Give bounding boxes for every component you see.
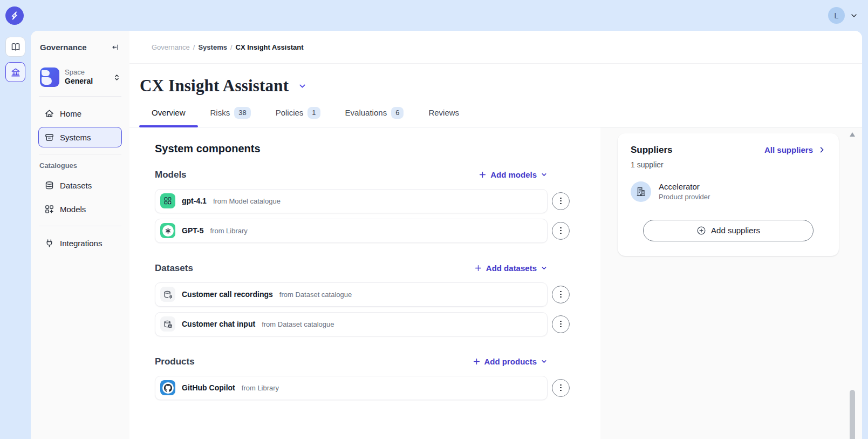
row-menu-button[interactable] xyxy=(552,192,570,210)
tab-label: Reviews xyxy=(428,108,459,117)
building-icon xyxy=(631,181,651,202)
tab-overview[interactable]: Overview xyxy=(139,107,198,127)
tab-badge: 1 xyxy=(307,107,320,119)
add-models-label: Add models xyxy=(490,170,537,179)
chevron-down-icon xyxy=(850,11,858,20)
row-menu-button[interactable] xyxy=(552,315,570,333)
overview-content: System components Models Add models xyxy=(129,127,862,439)
model-row-gpt-4-1[interactable]: gpt-4.1 from Model catalogue xyxy=(155,189,548,213)
avatar[interactable]: L xyxy=(828,7,845,24)
add-suppliers-button[interactable]: Add suppliers xyxy=(643,220,814,241)
product-name: GitHub Copilot xyxy=(182,383,235,392)
add-products-button[interactable]: Add products xyxy=(473,357,548,366)
vertical-scrollbar[interactable] xyxy=(850,132,855,439)
sidebar-title: Governance xyxy=(40,43,87,52)
list-item-row: gpt-4.1 from Model catalogue xyxy=(155,189,569,213)
product-row-github-copilot[interactable]: GitHub Copilot from Library xyxy=(155,376,548,400)
row-menu-button[interactable] xyxy=(552,286,570,303)
breadcrumb-separator: / xyxy=(230,43,233,51)
model-row-gpt-5[interactable]: GPT-5 from Library xyxy=(155,219,548,243)
suppliers-title: Suppliers xyxy=(631,145,672,156)
supplier-name: Accelerator xyxy=(659,182,710,191)
divider xyxy=(39,226,121,226)
dataset-source: from Dataset catalogue xyxy=(279,291,352,299)
plus-icon xyxy=(479,171,487,179)
book-icon xyxy=(10,42,21,52)
collapse-left-icon xyxy=(111,43,120,52)
list-item-row: GPT-5 from Library xyxy=(155,219,569,243)
models-grid-icon xyxy=(44,204,54,214)
add-products-label: Add products xyxy=(484,357,537,366)
breadcrumb-separator: / xyxy=(193,43,195,51)
add-datasets-label: Add datasets xyxy=(486,264,537,273)
chevron-down-icon xyxy=(541,171,548,178)
dataset-row-chat-input[interactable]: Customer chat input from Dataset catalog… xyxy=(155,312,548,336)
tab-label: Policies xyxy=(276,108,304,117)
divider xyxy=(39,154,121,154)
app-rail xyxy=(0,31,31,439)
space-icon xyxy=(40,67,59,87)
sidebar-item-integrations[interactable]: Integrations xyxy=(38,233,122,253)
supplier-item[interactable]: Accelerator Product provider xyxy=(631,181,826,202)
row-menu-button[interactable] xyxy=(552,379,570,397)
title-chevron-down-icon[interactable] xyxy=(298,82,307,91)
rail-catalogue-button[interactable] xyxy=(5,37,25,57)
page-title: CX Insight Assistant xyxy=(140,76,289,96)
home-icon xyxy=(44,109,54,119)
tab-evaluations[interactable]: Evaluations 6 xyxy=(333,107,416,127)
catalogues-section-label: Catalogues xyxy=(39,161,122,170)
dataset-source: from Dataset catalogue xyxy=(262,320,334,328)
tab-label: Overview xyxy=(152,108,186,117)
list-item-row: Customer call recordings from Dataset ca… xyxy=(155,282,569,307)
add-datasets-button[interactable]: Add datasets xyxy=(474,264,548,273)
governance-sidebar: Governance Space General Home xyxy=(31,31,129,439)
dataset-table-icon xyxy=(160,316,175,332)
sidebar-item-home[interactable]: Home xyxy=(38,103,122,124)
list-item-row: GitHub Copilot from Library xyxy=(155,376,569,400)
sidebar-item-systems[interactable]: Systems xyxy=(38,127,122,147)
tab-bar: Overview Risks 38 Policies 1 Evaluations… xyxy=(129,107,862,127)
breadcrumb-governance[interactable]: Governance xyxy=(152,43,190,51)
components-heading: System components xyxy=(155,143,600,155)
all-suppliers-link[interactable]: All suppliers xyxy=(764,145,826,154)
row-menu-button[interactable] xyxy=(552,222,570,240)
plug-icon xyxy=(44,238,54,248)
tab-badge: 38 xyxy=(234,107,250,119)
tab-badge: 6 xyxy=(391,107,404,119)
top-bar: L xyxy=(0,0,868,31)
sidebar-item-datasets[interactable]: Datasets xyxy=(38,175,122,195)
suppliers-card: Suppliers All suppliers 1 supplier xyxy=(618,133,839,256)
all-suppliers-label: All suppliers xyxy=(764,145,813,154)
dataset-row-call-recordings[interactable]: Customer call recordings from Dataset ca… xyxy=(155,282,548,307)
main-area: Governance / Systems / CX Insight Assist… xyxy=(129,31,862,439)
collapse-sidebar-button[interactable] xyxy=(110,42,121,53)
supplier-count: 1 supplier xyxy=(631,160,826,169)
sidebar-item-models[interactable]: Models xyxy=(38,199,122,219)
breadcrumb-systems[interactable]: Systems xyxy=(198,43,227,51)
app-logo[interactable] xyxy=(5,6,24,25)
tab-policies[interactable]: Policies 1 xyxy=(263,107,333,127)
list-item-row: Customer chat input from Dataset catalog… xyxy=(155,312,569,336)
models-section: Models Add models xyxy=(155,170,548,243)
scroll-up-arrow[interactable] xyxy=(850,132,855,137)
model-source: from Model catalogue xyxy=(213,197,281,205)
tab-reviews[interactable]: Reviews xyxy=(416,107,471,127)
plus-circle-icon xyxy=(696,226,706,235)
dataset-name: Customer call recordings xyxy=(182,290,273,299)
dataset-name: Customer chat input xyxy=(182,320,255,328)
account-menu[interactable]: L xyxy=(828,7,858,24)
model-grid-icon xyxy=(160,193,175,208)
plus-icon xyxy=(473,357,481,366)
system-components-panel: System components Models Add models xyxy=(129,127,600,439)
scrollbar-thumb[interactable] xyxy=(850,390,855,439)
sidebar-item-label: Models xyxy=(60,205,86,214)
space-selector[interactable]: Space General xyxy=(38,67,122,87)
content-sheet: Governance Space General Home xyxy=(31,31,862,439)
plus-icon xyxy=(474,264,482,272)
space-value: General xyxy=(65,77,107,86)
tab-label: Evaluations xyxy=(345,108,387,117)
tab-risks[interactable]: Risks 38 xyxy=(198,107,263,127)
add-models-button[interactable]: Add models xyxy=(479,170,548,179)
products-section-title: Products xyxy=(155,356,195,367)
rail-governance-button[interactable] xyxy=(5,62,25,82)
